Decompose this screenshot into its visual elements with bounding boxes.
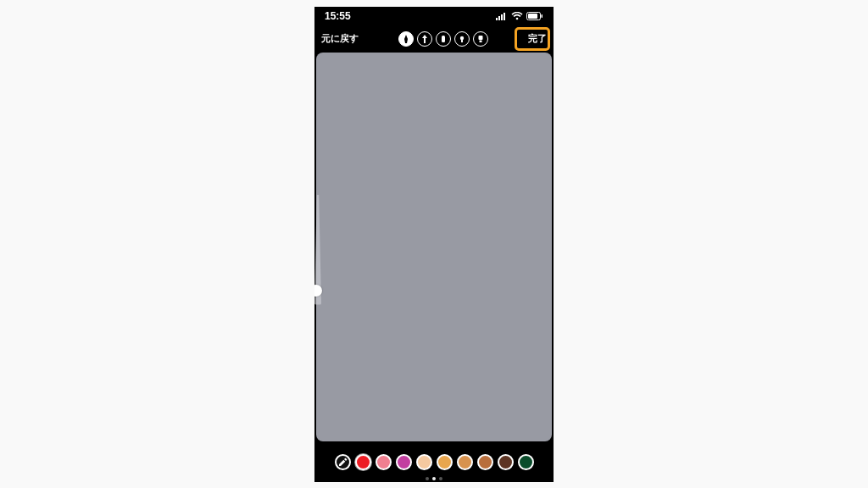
color-swatch-1[interactable]: [376, 454, 392, 470]
svg-rect-8: [442, 36, 445, 42]
status-right: [496, 12, 543, 20]
svg-rect-11: [479, 36, 483, 40]
svg-rect-1: [498, 16, 500, 20]
color-swatch-4[interactable]: [437, 454, 453, 470]
color-swatch-2[interactable]: [396, 454, 412, 470]
color-swatch-8[interactable]: [518, 454, 534, 470]
brush-size-slider[interactable]: [314, 195, 323, 305]
status-time: 15:55: [325, 10, 351, 22]
battery-icon: [526, 12, 543, 20]
svg-rect-6: [528, 14, 537, 19]
eyedropper-button[interactable]: [335, 454, 351, 470]
tool-neon[interactable]: [454, 31, 470, 47]
status-bar: 15:55: [314, 7, 554, 25]
drawing-canvas[interactable]: [316, 53, 552, 441]
color-swatch-6[interactable]: [477, 454, 493, 470]
color-swatch-0[interactable]: [355, 454, 371, 470]
tool-eraser[interactable]: [473, 31, 488, 47]
arrow-icon: [421, 35, 428, 43]
tool-pen[interactable]: [398, 31, 414, 47]
page-dot-2[interactable]: [439, 477, 442, 480]
draw-toolbar: 元に戻す 完了: [314, 25, 554, 53]
svg-rect-10: [461, 40, 463, 42]
color-swatch-7[interactable]: [498, 454, 514, 470]
svg-point-9: [460, 36, 464, 39]
done-button[interactable]: 完了: [526, 29, 548, 48]
tool-row: [365, 31, 521, 47]
color-swatch-3[interactable]: [416, 454, 432, 470]
page-dot-1[interactable]: [432, 477, 436, 480]
phone-frame: 15:55 元に戻す: [314, 7, 554, 482]
eraser-icon: [477, 35, 484, 43]
svg-rect-0: [496, 18, 498, 20]
undo-button[interactable]: 元に戻す: [320, 29, 360, 48]
color-palette: [314, 454, 554, 470]
svg-rect-3: [504, 13, 505, 20]
tool-marker[interactable]: [436, 31, 451, 47]
svg-point-4: [516, 17, 519, 19]
neon-icon: [459, 35, 465, 43]
eyedropper-icon: [338, 458, 348, 467]
wifi-icon: [511, 12, 523, 20]
color-swatch-5[interactable]: [457, 454, 473, 470]
marker-icon: [440, 35, 447, 43]
pen-icon: [403, 35, 409, 43]
signal-icon: [496, 12, 508, 20]
tool-arrow[interactable]: [417, 31, 432, 47]
svg-rect-2: [501, 14, 503, 20]
page-dot-0[interactable]: [426, 477, 429, 480]
svg-rect-7: [542, 14, 543, 18]
palette-page-dots: [314, 477, 554, 480]
svg-rect-12: [480, 40, 482, 42]
